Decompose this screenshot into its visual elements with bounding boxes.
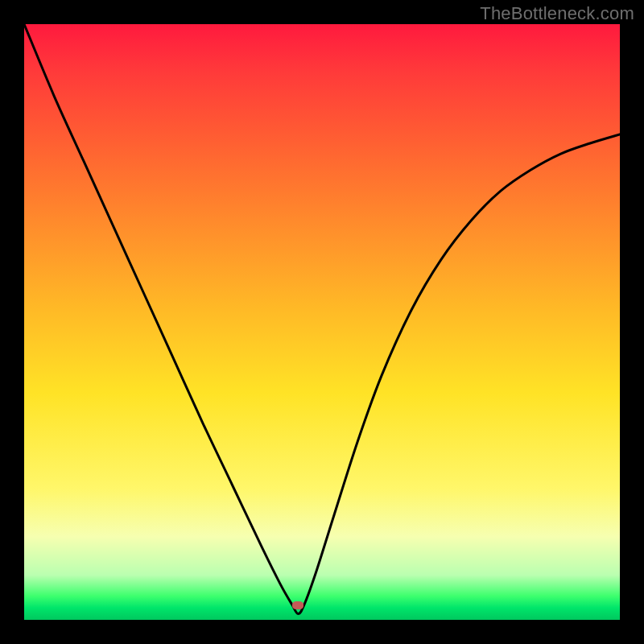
plot-area [24, 24, 620, 620]
chart-frame: TheBottleneck.com [0, 0, 644, 644]
optimal-point-marker [292, 601, 303, 609]
bottleneck-curve [24, 24, 620, 620]
watermark-text: TheBottleneck.com [480, 3, 634, 24]
